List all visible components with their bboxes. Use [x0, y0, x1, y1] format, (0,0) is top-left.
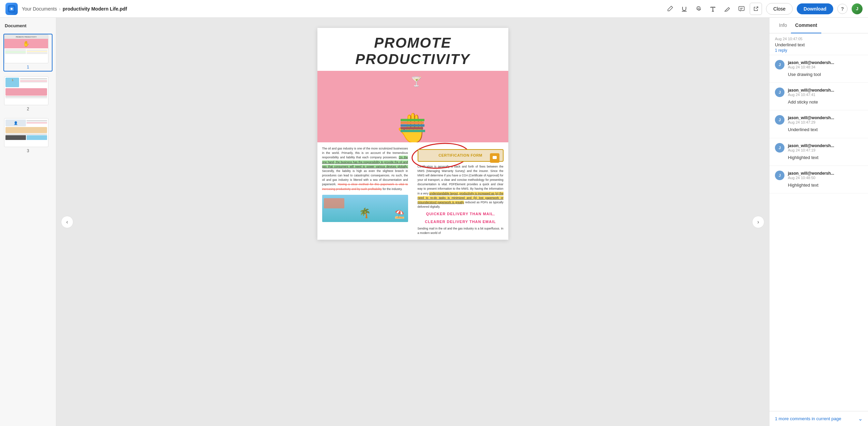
svg-point-1 — [11, 8, 13, 10]
page-thumb-3[interactable]: 👤 3 — [3, 117, 53, 155]
comments-list: Aug 24 10:47:05 Underlined text 1 reply … — [769, 33, 868, 411]
svg-rect-4 — [739, 6, 744, 11]
eraser-icon[interactable] — [723, 5, 731, 13]
avatar[interactable]: J — [852, 3, 863, 14]
comment-time-4: Aug 24 10:47:19 — [788, 148, 834, 152]
pdf-page: PROMOTE PRODUCTIVITY 🤚 🍸 — [317, 28, 508, 240]
top-comment-time: Aug 24 10:47:05 — [775, 37, 803, 41]
comment-item-2: J jason_will@wondersh... Aug 24 10:47:41… — [769, 83, 868, 110]
pencil-icon[interactable] — [666, 5, 674, 13]
annotation-tools — [666, 5, 746, 13]
comment-avatar-4: J — [775, 143, 784, 153]
sidebar-footer: 1 more comments in current page ⌄ — [769, 411, 868, 426]
tab-comment[interactable]: Comment — [791, 18, 821, 33]
toolbar-right: Close Download ? J — [750, 3, 863, 15]
comment-time-3: Aug 24 10:47:29 — [788, 120, 834, 124]
comment-text-2: Add sticky note — [788, 99, 863, 105]
page-thumb-1[interactable]: PROMOTE PRODUCTIVITY ✋ — [3, 34, 53, 72]
comment-text-3: Underlined text — [788, 127, 863, 133]
comment-text-5: Highlighted text — [788, 182, 863, 188]
pdf-right-col: CERTIFICATION FORM — [413, 142, 508, 240]
pdf-viewer: ‹ PROMOTE PRODUCTIVITY 🤚 🍸 — [56, 18, 769, 426]
comment-item-1: J jason_will@wondersh... Aug 24 10:48:34… — [769, 55, 868, 83]
page-num-3: 3 — [4, 147, 52, 155]
toolbar: Your Documents › productivity Modern Lif… — [0, 0, 868, 18]
pdf-hero-image: 🤚 🍸 — [317, 71, 508, 142]
sidebar-right: Info Comment Aug 24 10:47:05 Underlined … — [769, 18, 868, 426]
comment-time-5: Aug 24 10:48:50 — [788, 176, 834, 180]
comment-avatar-2: J — [775, 88, 784, 97]
certification-form-box: CERTIFICATION FORM — [418, 149, 504, 162]
comment-avatar-1: J — [775, 60, 784, 69]
left-col-text-before: The oil and gas industry is one of the m… — [322, 147, 408, 159]
app-logo — [5, 3, 18, 15]
prev-page-button[interactable]: ‹ — [61, 216, 73, 228]
main-layout: Document PROMOTE PRODUCTIVITY ✋ — [0, 18, 868, 426]
comment-icon[interactable] — [737, 5, 746, 13]
top-comment: Aug 24 10:47:05 Underlined text 1 reply — [769, 33, 868, 55]
pdf-left-col: The oil and gas industry is one of the m… — [317, 142, 413, 240]
expand-icon[interactable]: ⌄ — [858, 415, 863, 422]
help-button[interactable]: ? — [837, 4, 848, 14]
next-page-button[interactable]: › — [752, 216, 764, 228]
sidebar-tabs: Info Comment — [769, 18, 868, 33]
comment-bubble-icon[interactable] — [490, 153, 499, 163]
breadcrumb-parent[interactable]: Your Documents — [22, 6, 57, 12]
sidebar-left: Document PROMOTE PRODUCTIVITY ✋ — [0, 18, 56, 426]
external-link-button[interactable] — [750, 3, 762, 15]
comment-author-2: jason_will@wondersh... — [788, 88, 834, 93]
comment-time-2: Aug 24 10:47:41 — [788, 93, 834, 97]
pdf-content: The oil and gas industry is one of the m… — [317, 142, 508, 240]
cert-title: CERTIFICATION FORM — [422, 153, 499, 158]
pink-line-1: QUICKER DELIVERY THAN MAIL, — [418, 211, 504, 217]
tab-info[interactable]: Info — [775, 18, 791, 33]
breadcrumb: Your Documents › productivity Modern Lif… — [22, 6, 127, 12]
page-num-1: 1 — [4, 63, 52, 71]
pink-line-2: CLEARER DELIVERY THAN EMAIL — [418, 219, 504, 225]
comment-item-5: J jason_will@wondersh... Aug 24 10:48:50… — [769, 166, 868, 193]
download-button[interactable]: Download — [797, 3, 833, 14]
comment-text-1: Use drawing tool — [788, 72, 863, 78]
cert-text: Certification is generally a back and fo… — [418, 165, 504, 195]
comment-item-3: J jason_will@wondersh... Aug 24 10:47:29… — [769, 110, 868, 138]
comment-avatar-5: J — [775, 171, 784, 180]
comment-author-1: jason_will@wondersh... — [788, 60, 834, 65]
strikethrough-icon[interactable] — [694, 5, 703, 13]
top-comment-reply[interactable]: 1 reply — [775, 48, 863, 53]
underline-icon[interactable] — [680, 5, 688, 13]
sidebar-title: Document — [0, 18, 56, 32]
comment-author-5: jason_will@wondersh... — [788, 171, 834, 176]
comment-time-1: Aug 24 10:48:34 — [788, 65, 834, 69]
comment-text-4: Highlighted text — [788, 155, 863, 161]
left-col-end: for the industry. — [383, 187, 402, 191]
pdf-title: PROMOTE PRODUCTIVITY — [317, 28, 508, 71]
comment-author-3: jason_will@wondersh... — [788, 115, 834, 120]
comment-author-4: jason_will@wondersh... — [788, 143, 834, 148]
page-num-2: 2 — [4, 105, 52, 113]
more-comments-link[interactable]: 1 more comments in current page — [775, 416, 841, 421]
page-thumb-2[interactable]: 🏃 2 — [3, 76, 53, 113]
comment-item-4: J jason_will@wondersh... Aug 24 10:47:19… — [769, 138, 868, 166]
close-button[interactable]: Close — [766, 3, 793, 15]
top-comment-text: Underlined text — [775, 42, 863, 47]
bottom-text: Sending mail in the oil and the gas indu… — [418, 226, 504, 235]
comment-avatar-3: J — [775, 115, 784, 125]
text-icon[interactable] — [709, 5, 717, 13]
breadcrumb-current: productivity Modern Life.pdf — [63, 6, 127, 12]
